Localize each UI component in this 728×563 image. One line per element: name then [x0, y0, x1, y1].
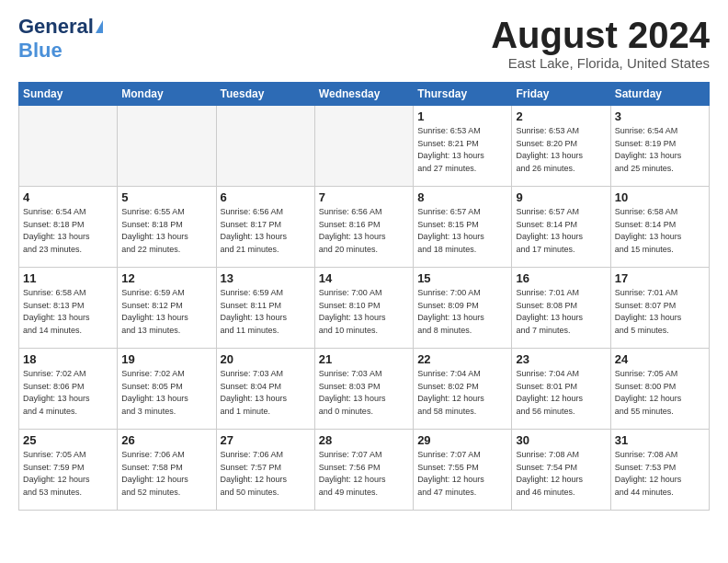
calendar-cell: 29Sunrise: 7:07 AM Sunset: 7:55 PM Dayli…: [414, 430, 512, 511]
day-info: Sunrise: 6:54 AM Sunset: 8:18 PM Dayligh…: [23, 206, 113, 256]
day-number: 20: [221, 352, 311, 366]
calendar-cell: [19, 106, 118, 187]
day-number: 8: [417, 190, 507, 204]
day-number: 6: [221, 190, 311, 204]
calendar-cell: 10Sunrise: 6:58 AM Sunset: 8:14 PM Dayli…: [610, 187, 709, 268]
day-info: Sunrise: 7:02 AM Sunset: 8:06 PM Dayligh…: [23, 368, 113, 418]
calendar-cell: 5Sunrise: 6:55 AM Sunset: 8:18 PM Daylig…: [118, 187, 216, 268]
calendar-cell: 8Sunrise: 6:57 AM Sunset: 8:15 PM Daylig…: [414, 187, 512, 268]
day-number: 18: [23, 352, 113, 366]
weekday-header-wednesday: Wednesday: [314, 83, 413, 106]
calendar-cell: 21Sunrise: 7:03 AM Sunset: 8:03 PM Dayli…: [314, 349, 413, 430]
day-info: Sunrise: 7:03 AM Sunset: 8:04 PM Dayligh…: [221, 368, 311, 418]
calendar-week-2: 4Sunrise: 6:54 AM Sunset: 8:18 PM Daylig…: [19, 187, 710, 268]
day-info: Sunrise: 6:58 AM Sunset: 8:13 PM Dayligh…: [23, 287, 113, 337]
day-info: Sunrise: 6:57 AM Sunset: 8:14 PM Dayligh…: [516, 206, 606, 256]
day-info: Sunrise: 6:54 AM Sunset: 8:19 PM Dayligh…: [615, 125, 705, 175]
calendar-cell: 31Sunrise: 7:08 AM Sunset: 7:53 PM Dayli…: [610, 430, 709, 511]
day-number: 12: [121, 271, 211, 285]
day-info: Sunrise: 7:06 AM Sunset: 7:57 PM Dayligh…: [221, 449, 311, 499]
calendar-cell: 27Sunrise: 7:06 AM Sunset: 7:57 PM Dayli…: [216, 430, 314, 511]
day-number: 2: [516, 109, 606, 123]
weekday-header-saturday: Saturday: [610, 83, 709, 106]
calendar-cell: 20Sunrise: 7:03 AM Sunset: 8:04 PM Dayli…: [216, 349, 314, 430]
calendar-cell: 15Sunrise: 7:00 AM Sunset: 8:09 PM Dayli…: [414, 268, 512, 349]
day-number: 15: [417, 271, 507, 285]
logo-blue-text: Blue: [18, 39, 103, 63]
day-info: Sunrise: 7:07 AM Sunset: 7:55 PM Dayligh…: [417, 449, 507, 499]
calendar-cell: 30Sunrise: 7:08 AM Sunset: 7:54 PM Dayli…: [512, 430, 610, 511]
day-number: 13: [221, 271, 311, 285]
calendar-cell: 7Sunrise: 6:56 AM Sunset: 8:16 PM Daylig…: [314, 187, 413, 268]
calendar-cell: [118, 106, 216, 187]
day-number: 23: [516, 352, 606, 366]
day-number: 14: [319, 271, 409, 285]
calendar-cell: 23Sunrise: 7:04 AM Sunset: 8:01 PM Dayli…: [512, 349, 610, 430]
day-info: Sunrise: 7:08 AM Sunset: 7:54 PM Dayligh…: [516, 449, 606, 499]
day-info: Sunrise: 6:56 AM Sunset: 8:16 PM Dayligh…: [319, 206, 409, 256]
day-info: Sunrise: 6:53 AM Sunset: 8:20 PM Dayligh…: [516, 125, 606, 175]
weekday-header-row: SundayMondayTuesdayWednesdayThursdayFrid…: [19, 83, 710, 106]
day-info: Sunrise: 7:01 AM Sunset: 8:07 PM Dayligh…: [615, 287, 705, 337]
day-number: 25: [23, 433, 113, 447]
day-number: 1: [417, 109, 507, 123]
day-number: 30: [516, 433, 606, 447]
calendar-cell: 25Sunrise: 7:05 AM Sunset: 7:59 PM Dayli…: [19, 430, 118, 511]
weekday-header-sunday: Sunday: [19, 83, 118, 106]
day-number: 10: [615, 190, 705, 204]
day-number: 21: [319, 352, 409, 366]
calendar-cell: 13Sunrise: 6:59 AM Sunset: 8:11 PM Dayli…: [216, 268, 314, 349]
calendar-cell: 22Sunrise: 7:04 AM Sunset: 8:02 PM Dayli…: [414, 349, 512, 430]
day-number: 19: [121, 352, 211, 366]
day-info: Sunrise: 6:59 AM Sunset: 8:12 PM Dayligh…: [121, 287, 211, 337]
calendar-cell: 9Sunrise: 6:57 AM Sunset: 8:14 PM Daylig…: [512, 187, 610, 268]
calendar-cell: [216, 106, 314, 187]
day-number: 16: [516, 271, 606, 285]
day-info: Sunrise: 6:58 AM Sunset: 8:14 PM Dayligh…: [615, 206, 705, 256]
day-info: Sunrise: 7:03 AM Sunset: 8:03 PM Dayligh…: [319, 368, 409, 418]
calendar-cell: 16Sunrise: 7:01 AM Sunset: 8:08 PM Dayli…: [512, 268, 610, 349]
calendar-cell: 24Sunrise: 7:05 AM Sunset: 8:00 PM Dayli…: [610, 349, 709, 430]
calendar-cell: 19Sunrise: 7:02 AM Sunset: 8:05 PM Dayli…: [118, 349, 216, 430]
day-number: 5: [121, 190, 211, 204]
calendar-week-5: 25Sunrise: 7:05 AM Sunset: 7:59 PM Dayli…: [19, 430, 710, 511]
logo-general-text: General: [18, 15, 94, 39]
calendar-cell: 4Sunrise: 6:54 AM Sunset: 8:18 PM Daylig…: [19, 187, 118, 268]
title-area: August 2024 East Lake, Florida, United S…: [491, 15, 710, 71]
weekday-header-monday: Monday: [118, 83, 216, 106]
day-info: Sunrise: 7:04 AM Sunset: 8:02 PM Dayligh…: [417, 368, 507, 418]
day-number: 7: [319, 190, 409, 204]
logo: General Blue: [18, 15, 103, 63]
calendar-cell: 18Sunrise: 7:02 AM Sunset: 8:06 PM Dayli…: [19, 349, 118, 430]
calendar-cell: 6Sunrise: 6:56 AM Sunset: 8:17 PM Daylig…: [216, 187, 314, 268]
day-info: Sunrise: 7:06 AM Sunset: 7:58 PM Dayligh…: [121, 449, 211, 499]
weekday-header-tuesday: Tuesday: [216, 83, 314, 106]
calendar-week-3: 11Sunrise: 6:58 AM Sunset: 8:13 PM Dayli…: [19, 268, 710, 349]
day-info: Sunrise: 6:57 AM Sunset: 8:15 PM Dayligh…: [417, 206, 507, 256]
calendar-cell: 2Sunrise: 6:53 AM Sunset: 8:20 PM Daylig…: [512, 106, 610, 187]
day-info: Sunrise: 7:02 AM Sunset: 8:05 PM Dayligh…: [121, 368, 211, 418]
logo-triangle-icon: [96, 20, 103, 33]
day-number: 26: [121, 433, 211, 447]
calendar-cell: 3Sunrise: 6:54 AM Sunset: 8:19 PM Daylig…: [610, 106, 709, 187]
calendar-cell: 28Sunrise: 7:07 AM Sunset: 7:56 PM Dayli…: [314, 430, 413, 511]
day-number: 3: [615, 109, 705, 123]
calendar-cell: 17Sunrise: 7:01 AM Sunset: 8:07 PM Dayli…: [610, 268, 709, 349]
day-info: Sunrise: 6:59 AM Sunset: 8:11 PM Dayligh…: [221, 287, 311, 337]
day-number: 22: [417, 352, 507, 366]
calendar-cell: [314, 106, 413, 187]
day-info: Sunrise: 6:56 AM Sunset: 8:17 PM Dayligh…: [221, 206, 311, 256]
day-info: Sunrise: 7:05 AM Sunset: 7:59 PM Dayligh…: [23, 449, 113, 499]
day-info: Sunrise: 6:55 AM Sunset: 8:18 PM Dayligh…: [121, 206, 211, 256]
calendar-table: SundayMondayTuesdayWednesdayThursdayFrid…: [18, 82, 710, 511]
day-info: Sunrise: 7:00 AM Sunset: 8:10 PM Dayligh…: [319, 287, 409, 337]
calendar-cell: 11Sunrise: 6:58 AM Sunset: 8:13 PM Dayli…: [19, 268, 118, 349]
weekday-header-thursday: Thursday: [414, 83, 512, 106]
calendar-cell: 26Sunrise: 7:06 AM Sunset: 7:58 PM Dayli…: [118, 430, 216, 511]
day-info: Sunrise: 7:08 AM Sunset: 7:53 PM Dayligh…: [615, 449, 705, 499]
location-title: East Lake, Florida, United States: [491, 55, 710, 71]
day-number: 4: [23, 190, 113, 204]
calendar-cell: 1Sunrise: 6:53 AM Sunset: 8:21 PM Daylig…: [414, 106, 512, 187]
day-info: Sunrise: 7:04 AM Sunset: 8:01 PM Dayligh…: [516, 368, 606, 418]
day-number: 29: [417, 433, 507, 447]
